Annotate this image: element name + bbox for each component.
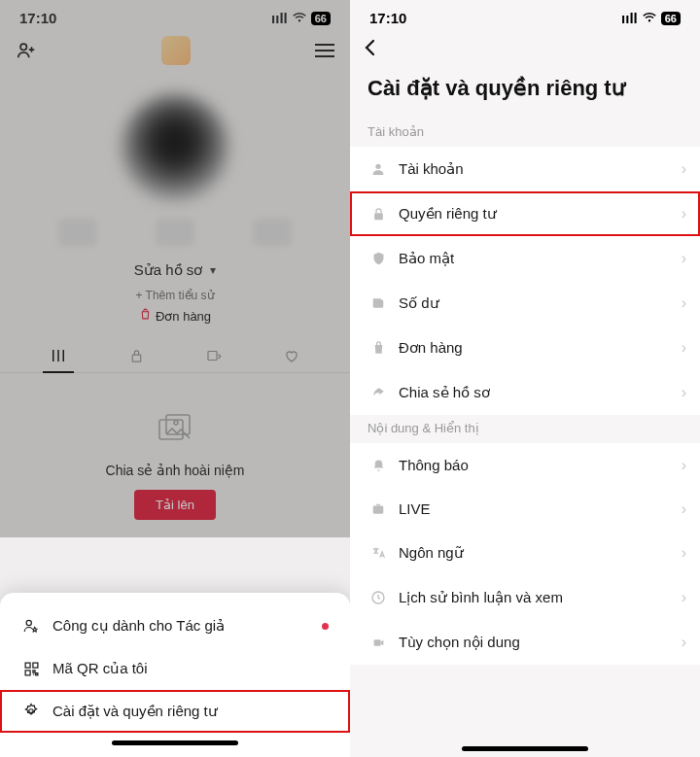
list-item-security[interactable]: Bảo mật › [350, 236, 700, 281]
list-label: LIVE [399, 500, 431, 517]
list-label: Thông báo [399, 457, 469, 473]
status-bar: 17:10 ııll 66 [350, 0, 700, 30]
bottom-sheet: Công cụ dành cho Tác giả Mã QR của tôi C… [0, 593, 350, 757]
chevron-right-icon: › [682, 500, 686, 518]
battery-indicator: 66 [661, 12, 681, 25]
list-label: Tùy chọn nội dung [399, 634, 520, 651]
back-button[interactable] [364, 40, 377, 61]
edit-profile-label: Sửa hồ sơ [134, 261, 203, 279]
list-item-content-pref[interactable]: Tùy chọn nội dung › [350, 620, 700, 665]
add-friend-icon[interactable] [16, 40, 37, 61]
list-item-live[interactable]: LIVE › [350, 487, 700, 531]
stat-item[interactable] [253, 219, 292, 246]
back-row [350, 30, 700, 68]
tab-repost[interactable] [196, 339, 231, 372]
list-item-balance[interactable]: Số dư › [350, 281, 700, 326]
svg-rect-15 [373, 505, 384, 513]
list-label: Bảo mật [399, 250, 454, 267]
status-time: 17:10 [19, 10, 56, 26]
status-indicators: ııll 66 [271, 10, 331, 26]
svg-point-0 [20, 44, 26, 50]
profile-topbar [0, 30, 350, 65]
edit-profile-row[interactable]: Sửa hồ sơ ▾ [0, 252, 350, 285]
live-icon [366, 502, 391, 516]
sheet-label: Mã QR của tôi [52, 660, 148, 677]
svg-rect-13 [373, 300, 384, 308]
language-icon [366, 546, 391, 560]
notification-dot [322, 623, 329, 630]
wifi-icon [292, 10, 307, 26]
profile-screen: 17:10 ııll 66 Sửa hồ sơ [0, 0, 350, 757]
wifi-icon [642, 10, 657, 26]
add-bio-link[interactable]: + Thêm tiểu sử [0, 285, 350, 306]
person-star-icon [18, 617, 45, 635]
bag-icon [139, 308, 152, 324]
chevron-right-icon: › [682, 294, 686, 312]
sheet-item-qr[interactable]: Mã QR của tôi [0, 647, 350, 690]
battery-indicator: 66 [311, 12, 331, 25]
avatar[interactable] [122, 94, 228, 201]
gear-icon [18, 703, 45, 720]
list-item-language[interactable]: Ngôn ngữ › [350, 531, 700, 575]
content-list: Thông báo › LIVE › Ngôn ngữ › Lịch sử bì… [350, 443, 700, 665]
svg-rect-12 [374, 213, 383, 220]
list-item-history[interactable]: Lịch sử bình luận và xem › [350, 575, 700, 620]
status-bar: 17:10 ııll 66 [0, 0, 350, 30]
orders-label: Đơn hàng [156, 309, 211, 324]
bell-icon [366, 458, 391, 473]
video-icon [366, 637, 391, 649]
tab-locked[interactable] [119, 339, 154, 372]
chevron-right-icon: › [682, 339, 686, 357]
stat-item[interactable] [156, 219, 194, 246]
list-label: Chia sẻ hồ sơ [399, 384, 490, 401]
qr-icon [18, 661, 45, 677]
list-item-notifications[interactable]: Thông báo › [350, 443, 700, 487]
chevron-right-icon: › [682, 544, 686, 562]
shield-icon [366, 251, 391, 266]
stat-item[interactable] [58, 219, 97, 246]
chevron-down-icon: ▾ [210, 263, 216, 277]
settings-screen: 17:10 ııll 66 Cài đặt và quyền riêng tư … [350, 0, 700, 757]
sheet-label: Công cụ dành cho Tác giả [52, 617, 225, 635]
page-title: Cài đặt và quyền riêng tư [350, 68, 700, 119]
list-item-privacy[interactable]: Quyền riêng tư › [350, 191, 700, 236]
chevron-right-icon: › [682, 384, 686, 401]
chevron-right-icon: › [682, 160, 686, 178]
list-label: Ngôn ngữ [399, 544, 464, 562]
chevron-right-icon: › [682, 205, 686, 223]
clock-icon [366, 590, 391, 605]
section-header-content: Nội dung & Hiển thị [350, 415, 700, 443]
upload-button[interactable]: Tải lên [134, 490, 216, 520]
memory-cta: Chia sẻ ảnh hoài niệm Tải lên [0, 373, 350, 530]
badge-icon[interactable] [161, 36, 191, 65]
list-item-share[interactable]: Chia sẻ hồ sơ › [350, 370, 700, 415]
orders-link[interactable]: Đơn hàng [0, 306, 350, 333]
chevron-right-icon: › [682, 250, 686, 267]
photos-icon [0, 412, 350, 453]
home-indicator [112, 740, 238, 745]
sheet-item-creator-tools[interactable]: Công cụ dành cho Tác giả [0, 604, 350, 647]
tab-liked[interactable] [274, 339, 309, 372]
signal-icon: ııll [621, 10, 638, 26]
memory-title: Chia sẻ ảnh hoài niệm [0, 463, 350, 478]
section-header-account: Tài khoản [350, 119, 700, 147]
list-label: Số dư [399, 294, 439, 312]
menu-icon[interactable] [315, 50, 334, 52]
svg-rect-9 [25, 670, 30, 674]
tab-grid[interactable] [41, 339, 76, 372]
svg-rect-17 [373, 639, 380, 646]
list-item-account[interactable]: Tài khoản › [350, 147, 700, 191]
avatar-section [0, 65, 350, 201]
svg-point-6 [26, 620, 31, 625]
chevron-right-icon: › [682, 634, 686, 651]
share-icon [366, 386, 391, 399]
list-item-orders[interactable]: Đơn hàng › [350, 326, 700, 370]
svg-rect-2 [208, 352, 217, 361]
svg-rect-8 [32, 663, 37, 668]
sheet-item-settings[interactable]: Cài đặt và quyền riêng tư [0, 690, 350, 733]
home-indicator [462, 746, 588, 751]
profile-tabs [0, 333, 350, 373]
dimmed-profile-content: 17:10 ııll 66 Sửa hồ sơ [0, 0, 350, 537]
list-label: Tài khoản [399, 160, 464, 178]
stats-row [0, 201, 350, 252]
